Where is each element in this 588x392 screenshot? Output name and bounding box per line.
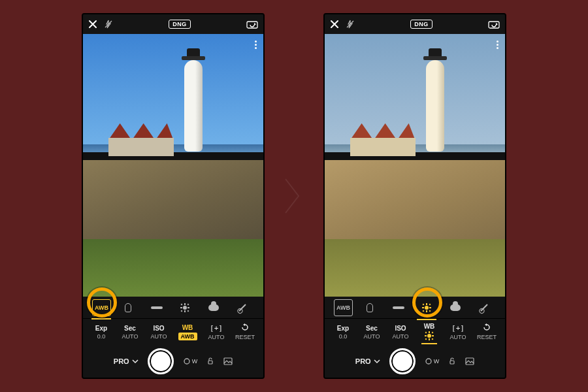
setting-label: Sec (366, 325, 378, 332)
sun-icon (422, 303, 431, 312)
setting-value: AUTO (393, 333, 409, 340)
wb-preset-cloudy[interactable] (444, 299, 467, 316)
setting-value: AUTO (450, 334, 466, 340)
setting-label: ISO (395, 325, 406, 332)
lighthouse-graphic (184, 60, 203, 152)
last-photo-thumbnail[interactable] (465, 357, 474, 365)
wb-preset-fluorescent[interactable] (145, 299, 169, 316)
transition-arrow-icon (283, 176, 305, 216)
wb-preset-custom[interactable] (472, 299, 496, 316)
switch-camera-icon[interactable] (246, 20, 258, 29)
svg-rect-12 (450, 361, 454, 364)
svg-rect-6 (224, 358, 232, 365)
wb-preset-awb[interactable]: AWB (92, 299, 111, 316)
lens-icon (183, 357, 191, 365)
ae-lock-toggle[interactable] (206, 357, 214, 365)
flash-off-icon[interactable] (104, 20, 113, 29)
phone-screen-before: DNG AWB (82, 13, 265, 379)
reset-icon (482, 323, 491, 333)
last-photo-thumbnail[interactable] (223, 357, 233, 365)
lens-label: W (192, 358, 198, 365)
switch-camera-icon[interactable] (488, 20, 500, 29)
setting-shutter[interactable]: Sec AUTO (359, 325, 384, 340)
pro-settings-row: Exp 0.0 Sec AUTO ISO AUTO WB AWB [+] A (83, 319, 263, 345)
svg-point-4 (184, 359, 189, 364)
sun-icon (180, 303, 189, 312)
incandescent-icon (125, 303, 131, 312)
shutter-button[interactable] (389, 348, 416, 374)
mode-label: PRO (114, 357, 129, 365)
house-graphic (108, 123, 174, 156)
svg-rect-13 (466, 358, 474, 365)
setting-exp-comp[interactable]: [+] AUTO (446, 324, 470, 340)
unlock-icon (206, 357, 214, 365)
wb-preset-daylight[interactable] (415, 299, 438, 316)
setting-reset[interactable]: RESET (474, 323, 499, 340)
svg-marker-9 (496, 23, 498, 25)
wb-preset-fluorescent[interactable] (387, 299, 410, 316)
setting-iso[interactable]: ISO AUTO (388, 325, 413, 340)
camera-viewfinder[interactable] (325, 34, 505, 297)
more-options-icon[interactable] (252, 38, 259, 52)
unlock-icon (448, 357, 456, 365)
mode-selector[interactable]: PRO (114, 357, 139, 365)
close-icon[interactable] (330, 20, 339, 29)
preview-scene (325, 34, 505, 297)
setting-value: 0.0 (97, 333, 106, 340)
chevron-down-icon (132, 359, 139, 364)
gallery-icon (223, 357, 233, 365)
lens-icon (425, 357, 433, 365)
flash-off-icon[interactable] (346, 20, 355, 29)
setting-white-balance[interactable]: WB AWB (175, 324, 200, 340)
house-graphic (350, 123, 416, 156)
wb-preset-awb[interactable]: AWB (334, 299, 353, 316)
sun-icon (425, 331, 434, 342)
wb-preset-cloudy[interactable] (202, 299, 225, 316)
gallery-icon (465, 357, 474, 365)
bracket-icon: [+] (451, 324, 465, 333)
lens-toggle[interactable]: W (183, 357, 198, 365)
camera-viewfinder[interactable] (83, 34, 263, 297)
lighthouse-graphic (426, 60, 444, 152)
setting-label: WB (424, 323, 435, 330)
controls-panel: AWB Exp 0.0 Sec AUTO ISO (325, 297, 505, 378)
setting-label: Exp (337, 325, 349, 332)
wb-preset-incandescent[interactable] (116, 299, 140, 316)
shutter-button[interactable] (148, 348, 174, 374)
more-options-icon[interactable] (494, 38, 501, 52)
svg-marker-2 (254, 23, 256, 25)
cloud-icon (208, 304, 219, 311)
svg-marker-10 (485, 323, 487, 326)
setting-exp-comp[interactable]: [+] AUTO (204, 324, 229, 340)
setting-exposure[interactable]: Exp 0.0 (331, 325, 355, 340)
wb-preset-daylight[interactable] (173, 299, 197, 316)
camera-topbar: DNG (83, 14, 263, 34)
cloud-icon (450, 304, 461, 311)
fluorescent-icon (393, 306, 404, 309)
setting-iso[interactable]: ISO AUTO (146, 325, 171, 340)
wb-preset-custom[interactable] (231, 299, 254, 316)
svg-rect-5 (208, 361, 212, 364)
fluorescent-icon (151, 306, 163, 309)
setting-white-balance[interactable]: WB (417, 323, 442, 342)
close-icon[interactable] (88, 20, 97, 29)
setting-shutter[interactable]: Sec AUTO (118, 325, 142, 340)
lens-toggle[interactable]: W (425, 357, 440, 365)
format-badge[interactable]: DNG (410, 20, 433, 29)
setting-exposure[interactable]: Exp 0.0 (89, 325, 114, 340)
setting-value: 0.0 (339, 333, 348, 340)
format-badge[interactable]: DNG (169, 20, 191, 29)
setting-value: RESET (477, 334, 497, 340)
chevron-down-icon (374, 359, 380, 364)
setting-value: AUTO (151, 333, 167, 340)
eyedropper-icon (238, 304, 246, 311)
wb-preset-incandescent[interactable] (358, 299, 382, 316)
shutter-row: PRO W (83, 345, 263, 378)
bracket-icon: [+] (210, 324, 223, 333)
mode-selector[interactable]: PRO (355, 357, 380, 365)
svg-point-11 (426, 359, 431, 364)
shutter-row: PRO W (325, 345, 505, 378)
setting-reset[interactable]: RESET (233, 323, 257, 340)
ae-lock-toggle[interactable] (448, 357, 456, 365)
camera-topbar: DNG (325, 14, 505, 34)
